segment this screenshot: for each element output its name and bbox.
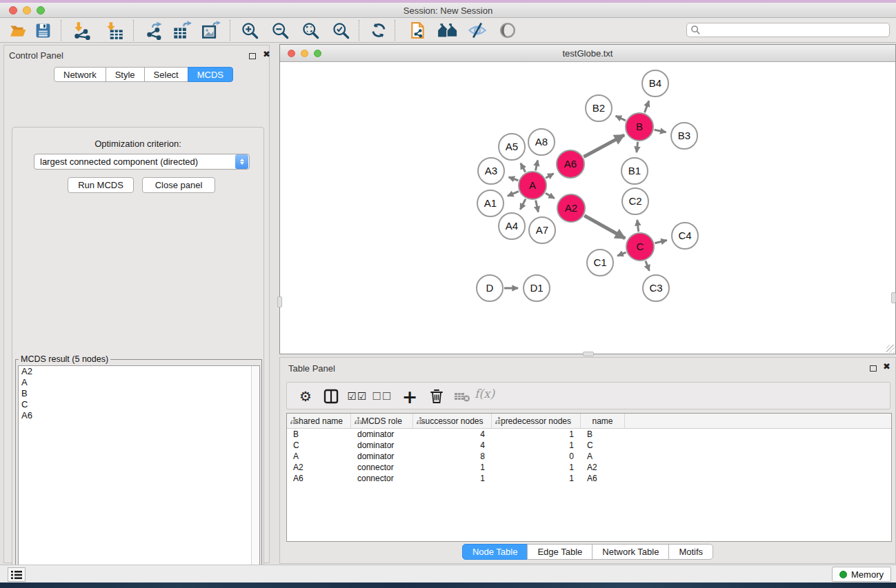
node-table[interactable]: shared nameMCDS rolesuccessor nodesprede… (286, 413, 892, 542)
home-icon[interactable] (436, 21, 459, 40)
tab-node-table[interactable]: Node Table (462, 544, 528, 560)
close-panel-button[interactable]: Close panel (142, 177, 215, 193)
node-C1[interactable]: C1 (587, 250, 613, 276)
tab-motifs[interactable]: Motifs (668, 544, 713, 560)
table-row[interactable]: A2connector11A2 (287, 462, 891, 473)
divider-grip[interactable] (891, 292, 896, 303)
node-C4[interactable]: C4 (672, 223, 698, 249)
zoom-selected-icon[interactable] (331, 21, 350, 40)
function-builder-icon[interactable]: f(x) (475, 387, 495, 401)
float-panel-icon[interactable] (249, 51, 256, 61)
edge-C-C2[interactable] (637, 220, 639, 232)
gear-icon[interactable]: ⚙ (296, 387, 315, 406)
column-header-shared-name[interactable]: shared name (287, 414, 351, 428)
column-header-MCDS-role[interactable]: MCDS role (351, 414, 413, 428)
edge-B-B4[interactable] (645, 101, 649, 112)
export-network-icon[interactable] (145, 21, 164, 40)
node-C3[interactable]: C3 (643, 275, 669, 301)
node-B4[interactable]: B4 (642, 70, 668, 97)
zoom-fit-icon[interactable] (301, 21, 320, 40)
refresh-icon[interactable] (369, 21, 388, 40)
table-row[interactable]: Adominator80A (287, 451, 891, 462)
network-window-titlebar[interactable]: testGlobe.txt (280, 45, 895, 62)
clone-network-icon[interactable] (408, 21, 428, 40)
edge-B-B3[interactable] (655, 130, 666, 132)
import-network-icon[interactable] (72, 21, 92, 40)
column-header-name[interactable]: name (581, 414, 625, 428)
search-input[interactable] (701, 26, 889, 35)
edge-B-B1[interactable] (637, 142, 638, 152)
save-session-icon[interactable] (33, 21, 52, 40)
app-titlebar[interactable]: Session: New Session (0, 3, 896, 18)
tab-network[interactable]: Network (54, 67, 106, 82)
node-C[interactable]: C (626, 233, 654, 261)
tab-mcds[interactable]: MCDS (188, 67, 233, 82)
column-header-successor-nodes[interactable]: successor nodes (413, 414, 492, 428)
node-B[interactable]: B (626, 113, 653, 141)
mcds-result-item[interactable]: A (19, 377, 259, 388)
edge-A-A7[interactable] (536, 201, 539, 212)
close-panel-icon[interactable]: ✖ (263, 49, 270, 59)
divider-grip[interactable] (583, 352, 594, 356)
import-table-icon[interactable] (105, 21, 124, 40)
edge-A-A8[interactable] (535, 160, 537, 170)
node-D[interactable]: D (477, 275, 503, 301)
mcds-result-list[interactable]: A2ABCA6 (18, 365, 260, 588)
mcds-result-item[interactable]: A2 (19, 366, 259, 377)
node-B2[interactable]: B2 (586, 95, 612, 121)
table-row[interactable]: Bdominator41B (287, 429, 891, 440)
zoom-in-icon[interactable] (240, 21, 259, 40)
edge-A-A4[interactable] (520, 199, 526, 210)
node-A7[interactable]: A7 (529, 217, 555, 243)
mcds-result-item[interactable]: B (19, 388, 259, 399)
scrollbar[interactable] (251, 366, 259, 588)
edge-A-A3[interactable] (508, 177, 518, 181)
edge-A-A2[interactable] (546, 193, 555, 199)
unselect-all-columns-icon[interactable]: ☐☐ (372, 387, 392, 406)
node-B1[interactable]: B1 (621, 158, 648, 184)
open-session-icon[interactable] (8, 21, 28, 40)
edge-A-A1[interactable] (508, 192, 519, 196)
task-history-button[interactable] (8, 567, 26, 582)
zoom-out-icon[interactable] (270, 21, 290, 40)
tab-network-table[interactable]: Network Table (592, 544, 669, 560)
float-panel-icon[interactable] (870, 363, 877, 374)
edge-A-A5[interactable] (521, 163, 526, 172)
node-A5[interactable]: A5 (499, 134, 525, 160)
show-graphics-details-icon[interactable] (498, 21, 517, 40)
edge-A-A6[interactable] (546, 174, 553, 178)
memory-button[interactable]: Memory (832, 567, 891, 582)
close-panel-icon[interactable]: ✖ (883, 361, 890, 372)
table-row[interactable]: Cdominator41C (287, 440, 891, 451)
column-header-predecessor-nodes[interactable]: predecessor nodes (492, 414, 581, 428)
run-mcds-button[interactable]: Run MCDS (68, 177, 134, 193)
export-table-icon[interactable] (172, 21, 192, 40)
divider-grip[interactable] (277, 296, 282, 307)
optimization-criterion-dropdown[interactable]: largest connected component (directed) (34, 154, 250, 170)
show-column-icon[interactable] (321, 387, 341, 406)
tab-edge-table[interactable]: Edge Table (527, 544, 593, 560)
export-image-icon[interactable] (201, 21, 221, 40)
node-A6[interactable]: A6 (557, 150, 584, 178)
table-row[interactable]: A6connector11A6 (287, 473, 891, 484)
edge-C-C3[interactable] (646, 261, 649, 271)
resize-grip-icon[interactable] (886, 345, 895, 353)
edge-B-B2[interactable] (616, 116, 626, 121)
node-A[interactable]: A (519, 172, 546, 199)
node-C2[interactable]: C2 (622, 188, 648, 214)
edge-C-C1[interactable] (617, 252, 626, 256)
select-all-columns-icon[interactable]: ☑☑ (348, 387, 367, 406)
mcds-result-item[interactable]: A6 (19, 410, 259, 421)
node-B3[interactable]: B3 (671, 123, 697, 149)
node-A3[interactable]: A3 (478, 158, 504, 184)
mcds-result-item[interactable]: C (19, 399, 259, 410)
delete-table-icon[interactable] (452, 387, 472, 406)
node-A8[interactable]: A8 (528, 129, 555, 155)
search-field[interactable] (686, 23, 890, 37)
node-A4[interactable]: A4 (499, 213, 525, 239)
hide-graphics-details-icon[interactable] (468, 21, 487, 40)
tab-style[interactable]: Style (106, 67, 145, 82)
node-D1[interactable]: D1 (524, 275, 550, 301)
network-graph-canvas[interactable]: B4B2BB3A8A5A6A3B1AC2A1A2A4A7C4CC1DD1C3 (280, 62, 895, 354)
tab-select[interactable]: Select (144, 67, 188, 82)
